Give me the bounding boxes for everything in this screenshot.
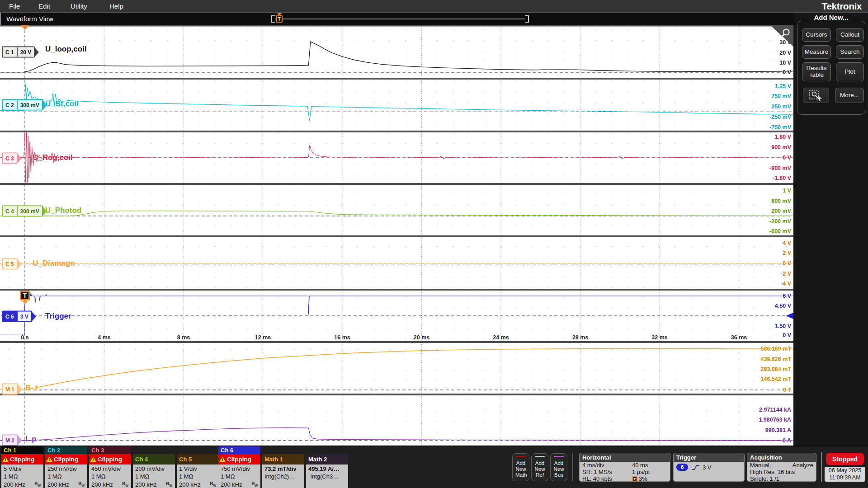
trigger-position-marker-icon[interactable]: T — [276, 15, 283, 23]
axis-tick-label: 8 ms — [177, 334, 190, 341]
waveform-view-titlebar[interactable]: Waveform View T — [0, 13, 794, 25]
channel-card-header[interactable]: Ch 5 — [177, 454, 219, 465]
button-color-bar — [516, 456, 526, 457]
run-stop-status-button[interactable]: Stopped — [826, 453, 864, 465]
channel-badge-m2[interactable]: M 2 — [2, 435, 18, 446]
search-button[interactable]: Search — [836, 45, 864, 59]
clipping-label: Clipping — [54, 456, 78, 463]
scale-label: -4 V — [781, 281, 791, 287]
scale-label: 2 V — [783, 250, 791, 256]
channel-card-ch3[interactable]: Ch 3!Clipping450 mV/div1 MΩ200 kHzBW — [89, 446, 131, 488]
menu-edit[interactable]: Edit — [38, 0, 50, 13]
channel-badge-tip — [34, 47, 39, 57]
channel-badge-tip — [17, 435, 22, 446]
channel-label-m1[interactable]: B_t — [25, 384, 38, 393]
scale-label: 1.50 V — [775, 323, 791, 329]
trigger-source-triangle-icon — [22, 301, 28, 304]
scale-label: 600 mV — [771, 198, 791, 204]
channel-label-c5[interactable]: U_Diamagn — [33, 259, 75, 268]
channel-card-tab[interactable]: Ch 1 — [1, 446, 43, 454]
trigger-position-overview[interactable]: T — [271, 15, 529, 23]
acquisition-resolution: High Res: 16 bits — [750, 469, 795, 475]
sample-period: 1 µs/pt — [632, 469, 667, 475]
cursors-button[interactable]: Cursors — [802, 28, 831, 42]
button-label-line: Add — [515, 460, 526, 466]
warning-icon: ! — [46, 457, 52, 462]
trigger-time-marker-icon[interactable] — [21, 25, 29, 30]
measure-button[interactable]: Measure — [802, 45, 831, 59]
channel-badge-tip — [17, 384, 22, 394]
oscilloscope-screen: File Edit Utility Help Tektronix Wavefor… — [0, 0, 868, 488]
plot-button[interactable]: Plot — [836, 62, 864, 81]
channel-badge-m1[interactable]: M 1 — [2, 384, 18, 395]
channel-card-tab[interactable]: Ch 2 — [45, 446, 87, 454]
acquisition-mode: Manual, — [750, 462, 771, 469]
trigger-panel-title: Trigger — [674, 453, 744, 462]
waveform-trace-m1 — [0, 349, 793, 390]
channel-label-m2[interactable]: I_p — [25, 435, 37, 444]
channel-label-c2[interactable]: U_Bt,coil — [45, 99, 79, 108]
channel-card-body: 495.19 A/…-Intg(Ch3… — [306, 465, 348, 488]
results-table-button[interactable]: Results Table — [802, 62, 831, 81]
waveform-trace-m2 — [0, 428, 793, 441]
trigger-level-arrow-icon[interactable] — [786, 313, 793, 319]
channel-label-c3[interactable]: U_Rog,coil — [33, 153, 73, 162]
channel-card-tab[interactable]: Ch 6 — [218, 446, 260, 454]
channel-card-ch4[interactable]: Ch 4200 mV/div1 MΩ200 kHzBW — [133, 446, 175, 488]
channel-badge-c2[interactable]: C 2300 mV — [2, 99, 43, 111]
scale-label: 20 V — [779, 50, 791, 56]
sample-rate: SR: 1 MS/s — [582, 469, 632, 475]
channel-card-row: 5 V/div — [4, 465, 43, 473]
channel-card-header[interactable]: Math 2 — [306, 454, 348, 465]
horizontal-panel[interactable]: Horizontal 4 ms/div40 ms SR: 1 MS/s1 µs/… — [579, 453, 670, 482]
channel-badge-c1[interactable]: C 120 V — [2, 47, 35, 58]
callout-button[interactable]: Callout — [836, 28, 864, 42]
channel-card-body: 450 mV/div1 MΩ200 kHzBW — [89, 465, 131, 488]
channel-card-ch2[interactable]: Ch 2!Clipping250 mV/div1 MΩ200 kHzBW — [45, 446, 87, 488]
trigger-panel[interactable]: Trigger 6 3 V — [673, 453, 745, 482]
button-color-bar — [554, 456, 564, 457]
channel-label-c4[interactable]: U_Photod — [45, 206, 81, 215]
button-label-line: Ref — [534, 472, 545, 478]
acquisition-analyze: Analyze — [793, 462, 813, 469]
channel-badge-c5[interactable]: C 5 — [2, 258, 18, 270]
axis-tick-label: 28 ms — [572, 334, 588, 341]
zoom-select-button[interactable] — [803, 88, 829, 103]
channel-card-ch1[interactable]: Ch 1!Clipping5 V/div1 MΩ200 kHzBW — [1, 446, 43, 488]
channel-card-ch5[interactable]: Ch 51 V/div1 MΩ200 kHzBW — [177, 446, 219, 488]
menu-help[interactable]: Help — [109, 0, 123, 13]
channel-label-c6[interactable]: Trigger — [45, 312, 71, 321]
channel-card-ch6[interactable]: Ch 6!Clipping750 mV/div1 MΩ200 kHzBW — [218, 446, 260, 488]
channel-card-header[interactable]: Ch 4 — [133, 454, 175, 465]
waveform-plot-area[interactable]: 30 V20 V10 V0 V1.25 V750 mV250 mV-250 mV… — [0, 25, 793, 446]
add-new-math-button[interactable]: AddNewMath — [512, 453, 529, 481]
channel-card-math2[interactable]: Math 2495.19 A/…-Intg(Ch3… — [306, 446, 348, 488]
scale-label: 10 V — [779, 60, 791, 66]
scale-label: 1.980763 kA — [759, 417, 791, 423]
menu-file[interactable]: File — [9, 0, 20, 13]
menu-utility[interactable]: Utility — [71, 0, 87, 13]
trigger-position-triangle-icon — [277, 13, 282, 15]
channel-badge-c6[interactable]: C 63 V — [2, 311, 32, 322]
tektronix-logo: Tektronix — [822, 0, 862, 12]
channel-card-header[interactable]: Math 1 — [262, 454, 304, 465]
channel-label-c1[interactable]: U_loop,coil — [45, 45, 87, 54]
channel-badge-scale: 3 V — [18, 312, 31, 321]
channel-badge-scale: 300 mV — [18, 100, 42, 110]
overview-timeline — [275, 19, 525, 19]
record-length: RL: 40 kpts — [582, 475, 632, 482]
channel-card-math1[interactable]: Math 173.2 mT/divIntg(Ch2)… — [262, 446, 304, 488]
trigger-source-marker-icon[interactable]: T — [20, 291, 30, 300]
channel-badge-c4[interactable]: C 4200 mV — [2, 206, 43, 217]
scale-label: 4 V — [783, 240, 791, 246]
channel-badge-c3[interactable]: C 3 — [2, 153, 18, 164]
channel-badge-id: C 1 — [3, 47, 18, 57]
acquisition-panel[interactable]: Acquisition Manual,Analyze High Res: 16 … — [747, 453, 816, 482]
channel-card-tab[interactable]: Ch 3 — [89, 446, 131, 454]
scale-label: -1.80 V — [773, 175, 791, 181]
warning-icon: ! — [90, 457, 96, 462]
card-spacer — [262, 446, 304, 454]
add-new-ref-button[interactable]: AddNewRef — [531, 453, 548, 481]
add-new-bus-button[interactable]: AddNewBus — [550, 453, 567, 481]
more-button[interactable]: More... — [835, 88, 864, 103]
